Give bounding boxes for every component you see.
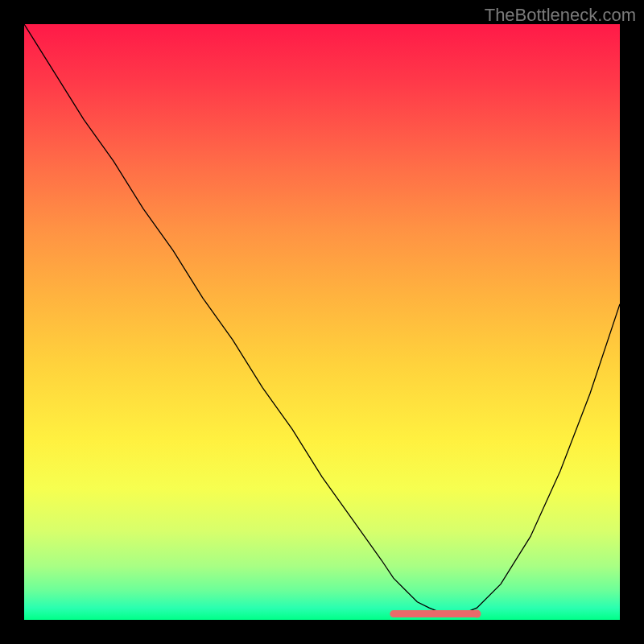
chart-svg — [24, 24, 620, 620]
bottleneck-curve — [24, 24, 620, 614]
watermark: TheBottleneck.com — [485, 5, 636, 26]
plot-area — [24, 24, 620, 620]
optimal-point-dot — [473, 610, 481, 618]
